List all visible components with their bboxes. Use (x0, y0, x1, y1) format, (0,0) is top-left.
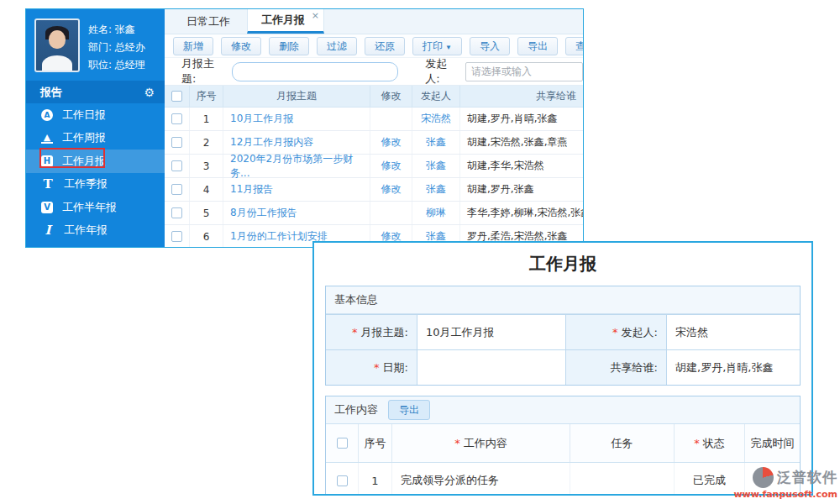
field-value-sponsor[interactable]: 宋浩然 (666, 314, 800, 349)
cell-share: 李华,李婷,柳琳,宋浩然,张鑫 (460, 202, 583, 224)
cell-share: 胡建,罗丹,肖晴,张鑫 (460, 108, 583, 130)
cell-edit-link[interactable] (370, 108, 412, 130)
content-cell-content: 完成领导分派的任务 (391, 463, 570, 496)
content-export-button[interactable]: 导出 (388, 400, 430, 420)
monthly-report-icon: H (41, 155, 53, 167)
cell-edit-link[interactable]: 修改 (370, 178, 412, 201)
list-table-header: 序号 月报主题 修改 发起人 共享给谁 (165, 86, 583, 108)
sidebar: 姓名: 张鑫 部门: 总经办 职位: 总经理 报告 ⚙ A 工作日报 ▲ 工作周… (26, 9, 165, 247)
col-header-sponsor: 发起人 (412, 86, 460, 107)
row-checkbox[interactable] (171, 184, 182, 195)
close-icon[interactable]: × (312, 10, 319, 21)
filter-bar: 月报主题: 发起人: (165, 58, 583, 86)
watermark-brand: 泛普软件 (777, 468, 837, 487)
sidebar-item-label: 工作年报 (64, 223, 108, 238)
add-button[interactable]: 新增 (173, 37, 213, 55)
cell-sponsor-link[interactable]: 柳琳 (412, 202, 460, 224)
cell-edit-link[interactable]: 修改 (370, 131, 412, 154)
row-checkbox[interactable] (171, 207, 182, 218)
app-window: 姓名: 张鑫 部门: 总经办 职位: 总经理 报告 ⚙ A 工作日报 ▲ 工作周… (25, 8, 584, 248)
sidebar-item-daily-report[interactable]: A 工作日报 (26, 103, 165, 127)
sidebar-item-label: 工作半年报 (62, 200, 117, 215)
view-log-button[interactable]: 查看日志 (565, 37, 584, 55)
table-row[interactable]: 4 11月报告 修改 张鑫 胡建,罗丹,张鑫 (165, 178, 583, 202)
cell-topic-link[interactable]: 8月份工作报告 (223, 202, 370, 224)
cell-sponsor-link[interactable]: 张鑫 (412, 178, 460, 201)
cell-topic-link[interactable]: 2020年2月份市场第一步财务... (223, 155, 370, 177)
field-value-share[interactable]: 胡建,罗丹,肖晴,张鑫 (666, 349, 800, 385)
cell-topic-link[interactable]: 11月报告 (223, 178, 370, 201)
content-col-content: 工作内容 (391, 424, 570, 462)
sidebar-item-quarterly-report[interactable]: T 工作季报 (26, 173, 165, 197)
daily-report-icon: A (41, 109, 53, 121)
sponsor-filter-input[interactable] (465, 62, 583, 81)
row-checkbox[interactable] (171, 160, 182, 171)
table-row[interactable]: 2 12月工作月报内容 修改 张鑫 胡建,宋浩然,张鑫,章燕 (165, 131, 583, 155)
col-header-share: 共享给谁 (460, 86, 583, 107)
cell-share: 胡建,罗丹,张鑫 (460, 178, 583, 201)
cell-edit-link[interactable]: 修改 (370, 155, 412, 177)
field-label-date: 日期: (326, 349, 417, 385)
sidebar-item-monthly-report[interactable]: H 工作月报 (26, 150, 165, 173)
work-content-header: 工作内容 (334, 402, 378, 417)
export-button[interactable]: 导出 (517, 37, 558, 55)
weekly-report-icon: ▲ (41, 133, 53, 144)
field-label-sponsor: 发起人: (565, 314, 666, 349)
watermark-url: www.fanpusoft.com (733, 489, 837, 500)
content-col-no: 序号 (358, 424, 391, 462)
quarterly-report-icon: T (41, 177, 55, 191)
cell-topic-link[interactable]: 10月工作月报 (223, 108, 370, 130)
sponsor-filter-label: 发起人: (425, 56, 460, 87)
content-table-row[interactable]: 1 完成领导分派的任务 已完成 (326, 463, 800, 496)
content-col-finish: 完成时间 (744, 424, 800, 462)
chevron-down-icon: ▼ (445, 44, 452, 51)
cell-sponsor-link[interactable]: 张鑫 (412, 155, 460, 177)
table-row[interactable]: 3 2020年2月份市场第一步财务... 修改 张鑫 胡建,李华,宋浩然 (165, 155, 583, 178)
import-button[interactable]: 导入 (470, 37, 510, 55)
profile-name: 姓名: 张鑫 (88, 21, 145, 39)
row-checkbox[interactable] (171, 113, 182, 124)
cell-sponsor-link[interactable]: 张鑫 (412, 131, 460, 154)
table-row[interactable]: 1 10月工作月报 宋浩然 胡建,罗丹,肖晴,张鑫 (165, 108, 583, 131)
basic-info-header: 基本信息 (326, 286, 800, 314)
tab-bar: 日常工作 工作月报 × (165, 9, 583, 34)
tab-daily-work[interactable]: 日常工作 (173, 10, 244, 34)
print-button[interactable]: 打印▼ (412, 37, 462, 55)
cell-no: 6 (190, 225, 223, 248)
sidebar-item-weekly-report[interactable]: ▲ 工作周报 (26, 127, 165, 150)
cell-no: 3 (190, 155, 223, 177)
sidebar-item-halfyear-report[interactable]: V 工作半年报 (26, 196, 165, 219)
table-row[interactable]: 5 8月份工作报告 柳琳 李华,李婷,柳琳,宋浩然,张鑫 (165, 202, 583, 225)
modify-button[interactable]: 修改 (221, 37, 261, 55)
restore-button[interactable]: 还原 (365, 37, 405, 55)
sidebar-item-label: 工作月报 (62, 154, 106, 169)
sidebar-item-yearly-report[interactable]: I 工作年报 (26, 219, 165, 243)
topic-filter-input[interactable] (232, 62, 398, 81)
profile-dept: 部门: 总经办 (88, 39, 145, 56)
toolbar: 新增 修改 删除 过滤 还原 打印▼ 导入 导出 查看日志 (165, 34, 583, 58)
row-checkbox[interactable] (171, 137, 182, 148)
field-value-date[interactable] (417, 349, 565, 385)
delete-button[interactable]: 删除 (269, 37, 309, 55)
gear-icon[interactable]: ⚙ (144, 86, 155, 99)
watermark: 泛普软件 www.fanpusoft.com (733, 467, 837, 500)
select-all-checkbox[interactable] (171, 91, 182, 102)
content-row-checkbox[interactable] (337, 475, 348, 486)
field-value-topic[interactable]: 10月工作月报 (417, 314, 565, 349)
print-label: 打印 (423, 40, 443, 52)
content-select-all-checkbox[interactable] (337, 438, 348, 449)
profile-title: 职位: 总经理 (88, 56, 145, 74)
cell-topic-link[interactable]: 12月工作月报内容 (223, 131, 370, 154)
content-cell-task (570, 463, 674, 496)
tab-monthly-report[interactable]: 工作月报 × (247, 8, 324, 34)
cell-sponsor-link[interactable]: 宋浩然 (412, 108, 460, 130)
cell-share: 胡建,宋浩然,张鑫,章燕 (460, 131, 583, 154)
basic-info-section: 基本信息 月报主题: 10月工作月报 发起人: 宋浩然 日期: 共享给谁: 胡建… (325, 286, 801, 386)
halfyear-report-icon: V (41, 202, 53, 213)
filter-button[interactable]: 过滤 (317, 37, 357, 55)
cell-edit-link[interactable] (370, 202, 412, 224)
cell-no: 2 (190, 131, 223, 154)
row-checkbox[interactable] (171, 231, 182, 242)
fanpu-logo-icon (753, 467, 774, 488)
content-col-task: 任务 (570, 424, 674, 462)
